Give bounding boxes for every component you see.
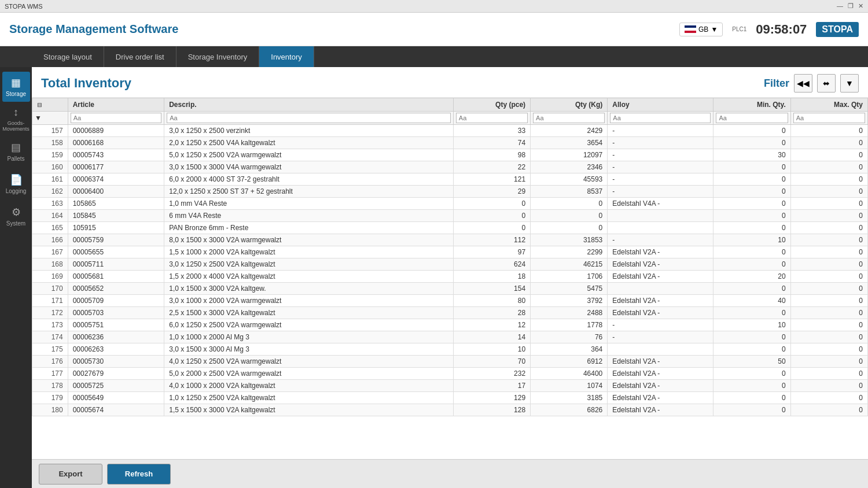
cell-num: 167	[32, 246, 68, 258]
table-container[interactable]: ⊟ Article Descrip. Qty (pce) Qty (Kg) Al…	[32, 98, 868, 459]
table-row[interactable]: 175 00006263 3,0 x 1500 x 3000 Al Mg 3 1…	[32, 343, 868, 356]
filter-cell-qty-kg[interactable]	[531, 112, 608, 125]
cell-descrip: 3,0 x 1500 x 3000 Al Mg 3	[164, 343, 454, 356]
table-row[interactable]: 164 105845 6 mm V4A Reste 0 0 0 0	[32, 210, 868, 222]
filter-input-article[interactable]	[71, 113, 162, 123]
cell-qty-pce: 80	[453, 295, 530, 307]
filter-input-max[interactable]	[793, 113, 865, 123]
col-header-qty-pce: Qty (pce)	[453, 98, 530, 112]
filter-cell-qty-pce[interactable]	[453, 112, 530, 125]
table-row[interactable]: 166 00005759 8,0 x 1500 x 3000 V2A warmg…	[32, 234, 868, 246]
content-area: Total Inventory Filter ◀◀ ⬌ ▼ ⊟ Article …	[32, 67, 868, 488]
cell-min-qty: 0	[713, 343, 790, 356]
cell-qty-kg: 31853	[531, 234, 608, 246]
sidebar-item-system[interactable]: ⚙ System	[2, 201, 30, 231]
cell-descrip: 6,0 x 1250 x 2500 V2A warmgewalzt	[164, 319, 454, 331]
table-row[interactable]: 159 00005743 5,0 x 1250 x 2500 V2A warmg…	[32, 149, 868, 161]
cell-max-qty: 0	[790, 295, 867, 307]
logging-icon: 📄	[10, 173, 23, 186]
cell-min-qty: 0	[713, 283, 790, 295]
table-row[interactable]: 167 00005655 1,5 x 1000 x 2000 V2A kaltg…	[32, 246, 868, 258]
filter-cell-descrip[interactable]	[164, 112, 454, 125]
table-row[interactable]: 158 00006168 2,0 x 1250 x 2500 V4A kaltg…	[32, 137, 868, 149]
cell-min-qty: 0	[713, 246, 790, 258]
table-row[interactable]: 180 00005674 1,5 x 1500 x 3000 V2A kaltg…	[32, 404, 868, 416]
filter-cell-alloy[interactable]	[608, 112, 713, 125]
table-row[interactable]: 172 00005703 2,5 x 1500 x 3000 V2A kaltg…	[32, 307, 868, 319]
close-btn[interactable]: ✕	[858, 2, 863, 10]
cell-qty-kg: 6912	[531, 356, 608, 368]
table-row[interactable]: 177 00027679 5,0 x 2000 x 2500 V2A warmg…	[32, 368, 868, 380]
tab-inventory[interactable]: Inventory	[259, 46, 314, 67]
table-row[interactable]: 162 00006400 12,0 x 1250 x 2500 ST 37 + …	[32, 186, 868, 198]
cell-qty-kg: 2429	[531, 125, 608, 137]
filter-input-qty-pce[interactable]	[456, 113, 528, 123]
table-row[interactable]: 171 00005709 3,0 x 1000 x 2000 V2A warmg…	[32, 295, 868, 307]
col-header-article: Article	[68, 98, 164, 112]
clock-display: 09:58:07	[756, 22, 807, 37]
cell-descrip: 1,5 x 2000 x 4000 V2A kaltgewalzt	[164, 271, 454, 283]
cell-alloy: -	[608, 173, 713, 186]
export-button[interactable]: Export	[39, 464, 102, 485]
filter-input-descrip[interactable]	[167, 113, 451, 123]
window-controls[interactable]: — ❐ ✕	[837, 2, 863, 10]
tab-drive-order[interactable]: Drive order list	[104, 46, 176, 67]
cell-min-qty: 0	[713, 173, 790, 186]
sidebar-item-pallets[interactable]: ▤ Pallets	[2, 136, 30, 167]
cell-alloy: Edelstahl V2A -	[608, 380, 713, 392]
minimize-btn[interactable]: —	[837, 2, 843, 10]
table-row[interactable]: 174 00006236 1,0 x 1000 x 2000 Al Mg 3 1…	[32, 331, 868, 343]
table-row[interactable]: 157 00006889 3,0 x 1250 x 2500 verzinkt …	[32, 125, 868, 137]
cell-qty-pce: 29	[453, 186, 530, 198]
table-row[interactable]: 173 00005751 6,0 x 1250 x 2500 V2A warmg…	[32, 319, 868, 331]
filter-icon[interactable]: ⊟	[37, 102, 42, 108]
cell-num: 170	[32, 283, 68, 295]
table-row[interactable]: 168 00005711 3,0 x 1250 x 2500 V2A kaltg…	[32, 258, 868, 271]
cell-qty-pce: 22	[453, 161, 530, 173]
cell-qty-kg: 2488	[531, 307, 608, 319]
table-row[interactable]: 178 00005725 4,0 x 1000 x 2000 V2A kaltg…	[32, 380, 868, 392]
tab-storage-inventory[interactable]: Storage Inventory	[176, 46, 260, 67]
table-row[interactable]: 160 00006177 3,0 x 1500 x 3000 V4A warmg…	[32, 161, 868, 173]
cell-num: 180	[32, 404, 68, 416]
cell-qty-pce: 70	[453, 356, 530, 368]
table-row[interactable]: 161 00006374 6,0 x 2000 x 4000 ST 37-2 g…	[32, 173, 868, 186]
cell-descrip: 2,5 x 1500 x 3000 V2A kaltgewalzt	[164, 307, 454, 319]
cell-max-qty: 0	[790, 222, 867, 234]
app-title: Storage Management Software	[9, 23, 178, 36]
table-row[interactable]: 176 00005730 4,0 x 1250 x 2500 V2A warmg…	[32, 356, 868, 368]
table-row[interactable]: 170 00005652 1,0 x 1500 x 3000 V2A kaltg…	[32, 283, 868, 295]
filter-input-min[interactable]	[716, 113, 788, 123]
cell-descrip: 12,0 x 1250 x 2500 ST 37 + 52 gestrahlt	[164, 186, 454, 198]
cell-qty-pce: 17	[453, 380, 530, 392]
language-selector[interactable]: GB ▼	[679, 23, 723, 36]
cell-num: 159	[32, 149, 68, 161]
filter-dropdown-btn[interactable]: ▼	[840, 74, 859, 93]
cell-article: 00005674	[68, 404, 164, 416]
col-header-qty-kg: Qty (Kg)	[531, 98, 608, 112]
refresh-button[interactable]: Refresh	[107, 464, 171, 485]
table-row[interactable]: 165 105915 PAN Bronze 6mm - Reste 0 0 0 …	[32, 222, 868, 234]
cell-num: 178	[32, 380, 68, 392]
cell-qty-kg: 0	[531, 198, 608, 210]
filter-cell-article[interactable]	[68, 112, 164, 125]
table-row[interactable]: 169 00005681 1,5 x 2000 x 4000 V2A kaltg…	[32, 271, 868, 283]
filter-input-alloy[interactable]	[610, 113, 711, 123]
first-page-btn[interactable]: ◀◀	[794, 74, 812, 93]
table-row[interactable]: 163 105865 1,0 mm V4A Reste 0 0 Edelstah…	[32, 198, 868, 210]
cell-article: 00005655	[68, 246, 164, 258]
sidebar-item-goods[interactable]: ↕ Goods-Movements	[2, 104, 30, 134]
sort-btn[interactable]: ⬌	[817, 74, 836, 93]
filter-cell-max[interactable]	[790, 112, 867, 125]
cell-descrip: 6 mm V4A Reste	[164, 210, 454, 222]
cell-descrip: 3,0 x 1250 x 2500 verzinkt	[164, 125, 454, 137]
table-row[interactable]: 179 00005649 1,0 x 1250 x 2500 V2A kaltg…	[32, 392, 868, 404]
maximize-btn[interactable]: ❐	[848, 2, 854, 10]
tab-storage-layout[interactable]: Storage layout	[32, 46, 104, 67]
sidebar-item-storage[interactable]: ▦ Storage	[2, 72, 30, 102]
filter-cell-min[interactable]	[713, 112, 790, 125]
filter-label: Filter	[764, 77, 789, 90]
filter-input-qty-kg[interactable]	[533, 113, 605, 123]
lang-dropdown-icon[interactable]: ▼	[711, 25, 718, 34]
sidebar-item-logging[interactable]: 📄 Logging	[2, 169, 30, 199]
